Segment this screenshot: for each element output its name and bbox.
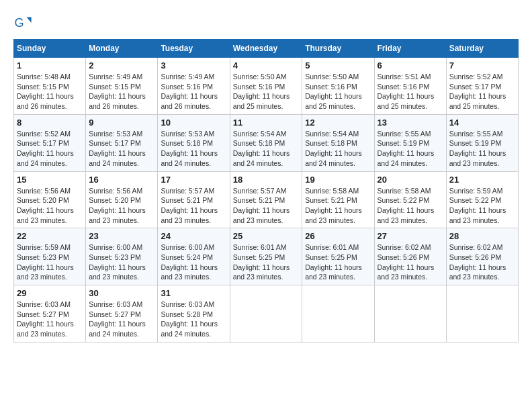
calendar-cell: 7Sunrise: 5:52 AMSunset: 5:17 PMDaylight… bbox=[446, 58, 518, 115]
day-info: Sunrise: 6:03 AMSunset: 5:27 PMDaylight:… bbox=[89, 300, 154, 339]
day-info: Sunrise: 5:55 AMSunset: 5:19 PMDaylight:… bbox=[449, 129, 515, 169]
calendar-cell: 20Sunrise: 5:58 AMSunset: 5:22 PMDayligh… bbox=[374, 171, 446, 228]
svg-marker-1 bbox=[27, 17, 32, 23]
day-info: Sunrise: 5:58 AMSunset: 5:21 PMDaylight:… bbox=[305, 186, 371, 226]
day-info: Sunrise: 6:01 AMSunset: 5:25 PMDaylight:… bbox=[305, 242, 371, 282]
calendar-day-header: Friday bbox=[374, 40, 446, 58]
calendar-cell: 9Sunrise: 5:53 AMSunset: 5:17 PMDaylight… bbox=[86, 114, 158, 171]
day-info: Sunrise: 6:01 AMSunset: 5:25 PMDaylight:… bbox=[233, 242, 300, 282]
calendar-cell: 2Sunrise: 5:49 AMSunset: 5:15 PMDaylight… bbox=[86, 58, 158, 115]
calendar-cell: 22Sunrise: 5:59 AMSunset: 5:23 PMDayligh… bbox=[14, 228, 86, 285]
day-info: Sunrise: 5:58 AMSunset: 5:22 PMDaylight:… bbox=[378, 186, 443, 226]
day-number: 24 bbox=[161, 231, 226, 241]
calendar-cell: 29Sunrise: 6:03 AMSunset: 5:27 PMDayligh… bbox=[14, 285, 86, 342]
calendar-table: SundayMondayTuesdayWednesdayThursdayFrid… bbox=[13, 39, 519, 342]
day-info: Sunrise: 6:02 AMSunset: 5:26 PMDaylight:… bbox=[378, 242, 443, 282]
day-info: Sunrise: 5:52 AMSunset: 5:17 PMDaylight:… bbox=[17, 129, 83, 169]
day-number: 5 bbox=[305, 60, 371, 71]
svg-text:G: G bbox=[14, 16, 24, 30]
calendar-body: 1Sunrise: 5:48 AMSunset: 5:15 PMDaylight… bbox=[14, 58, 519, 342]
calendar-day-header: Tuesday bbox=[158, 40, 230, 58]
calendar-week-row: 8Sunrise: 5:52 AMSunset: 5:17 PMDaylight… bbox=[14, 114, 519, 171]
calendar-cell: 28Sunrise: 6:02 AMSunset: 5:26 PMDayligh… bbox=[446, 228, 518, 285]
day-number: 1 bbox=[17, 60, 83, 71]
calendar-week-row: 15Sunrise: 5:56 AMSunset: 5:20 PMDayligh… bbox=[14, 171, 519, 228]
day-number: 21 bbox=[449, 175, 515, 185]
calendar-cell: 18Sunrise: 5:57 AMSunset: 5:21 PMDayligh… bbox=[230, 171, 302, 228]
day-info: Sunrise: 5:48 AMSunset: 5:15 PMDaylight:… bbox=[17, 72, 83, 111]
day-info: Sunrise: 5:59 AMSunset: 5:22 PMDaylight:… bbox=[449, 186, 515, 226]
logo-icon: G bbox=[13, 13, 32, 32]
calendar-cell: 8Sunrise: 5:52 AMSunset: 5:17 PMDaylight… bbox=[14, 114, 86, 171]
calendar-day-header: Monday bbox=[86, 40, 158, 58]
day-info: Sunrise: 5:51 AMSunset: 5:16 PMDaylight:… bbox=[378, 72, 443, 111]
day-number: 11 bbox=[233, 118, 300, 128]
day-number: 15 bbox=[17, 175, 83, 185]
day-info: Sunrise: 5:49 AMSunset: 5:15 PMDaylight:… bbox=[89, 72, 154, 111]
day-info: Sunrise: 5:49 AMSunset: 5:16 PMDaylight:… bbox=[161, 72, 226, 111]
logo: G bbox=[13, 13, 35, 32]
day-info: Sunrise: 5:54 AMSunset: 5:18 PMDaylight:… bbox=[305, 129, 371, 169]
day-number: 20 bbox=[378, 175, 443, 185]
day-number: 25 bbox=[233, 231, 300, 241]
day-number: 13 bbox=[378, 118, 443, 128]
calendar-cell bbox=[230, 285, 302, 342]
calendar-cell: 4Sunrise: 5:50 AMSunset: 5:16 PMDaylight… bbox=[230, 58, 302, 115]
day-number: 4 bbox=[233, 60, 300, 71]
calendar-cell: 15Sunrise: 5:56 AMSunset: 5:20 PMDayligh… bbox=[14, 171, 86, 228]
day-info: Sunrise: 6:03 AMSunset: 5:28 PMDaylight:… bbox=[161, 300, 226, 339]
calendar-header-row: SundayMondayTuesdayWednesdayThursdayFrid… bbox=[14, 40, 519, 58]
day-info: Sunrise: 5:56 AMSunset: 5:20 PMDaylight:… bbox=[17, 186, 83, 226]
calendar-day-header: Thursday bbox=[302, 40, 374, 58]
day-number: 2 bbox=[89, 60, 154, 71]
calendar-cell: 11Sunrise: 5:54 AMSunset: 5:18 PMDayligh… bbox=[230, 114, 302, 171]
day-info: Sunrise: 6:00 AMSunset: 5:23 PMDaylight:… bbox=[89, 242, 154, 282]
day-info: Sunrise: 5:57 AMSunset: 5:21 PMDaylight:… bbox=[233, 186, 300, 226]
calendar-cell: 6Sunrise: 5:51 AMSunset: 5:16 PMDaylight… bbox=[374, 58, 446, 115]
day-number: 8 bbox=[17, 118, 83, 128]
day-number: 12 bbox=[305, 118, 371, 128]
day-number: 22 bbox=[17, 231, 83, 241]
day-info: Sunrise: 5:50 AMSunset: 5:16 PMDaylight:… bbox=[305, 72, 371, 111]
calendar-cell: 10Sunrise: 5:53 AMSunset: 5:18 PMDayligh… bbox=[158, 114, 230, 171]
calendar-cell: 26Sunrise: 6:01 AMSunset: 5:25 PMDayligh… bbox=[302, 228, 374, 285]
day-info: Sunrise: 5:56 AMSunset: 5:20 PMDaylight:… bbox=[89, 186, 154, 226]
day-info: Sunrise: 6:02 AMSunset: 5:26 PMDaylight:… bbox=[449, 242, 515, 282]
calendar-cell bbox=[374, 285, 446, 342]
calendar-cell: 14Sunrise: 5:55 AMSunset: 5:19 PMDayligh… bbox=[446, 114, 518, 171]
calendar-cell: 23Sunrise: 6:00 AMSunset: 5:23 PMDayligh… bbox=[86, 228, 158, 285]
day-number: 17 bbox=[161, 175, 226, 185]
day-number: 9 bbox=[89, 118, 154, 128]
day-number: 30 bbox=[89, 288, 154, 298]
calendar-cell bbox=[302, 285, 374, 342]
calendar-cell: 27Sunrise: 6:02 AMSunset: 5:26 PMDayligh… bbox=[374, 228, 446, 285]
calendar-cell: 25Sunrise: 6:01 AMSunset: 5:25 PMDayligh… bbox=[230, 228, 302, 285]
day-number: 23 bbox=[89, 231, 154, 241]
calendar-cell: 30Sunrise: 6:03 AMSunset: 5:27 PMDayligh… bbox=[86, 285, 158, 342]
day-number: 29 bbox=[17, 288, 83, 298]
day-number: 16 bbox=[89, 175, 154, 185]
day-info: Sunrise: 5:55 AMSunset: 5:19 PMDaylight:… bbox=[378, 129, 443, 169]
calendar-cell: 13Sunrise: 5:55 AMSunset: 5:19 PMDayligh… bbox=[374, 114, 446, 171]
calendar-cell: 1Sunrise: 5:48 AMSunset: 5:15 PMDaylight… bbox=[14, 58, 86, 115]
calendar-cell: 5Sunrise: 5:50 AMSunset: 5:16 PMDaylight… bbox=[302, 58, 374, 115]
day-info: Sunrise: 6:03 AMSunset: 5:27 PMDaylight:… bbox=[17, 300, 83, 339]
day-number: 19 bbox=[305, 175, 371, 185]
day-info: Sunrise: 5:53 AMSunset: 5:17 PMDaylight:… bbox=[89, 129, 154, 169]
day-info: Sunrise: 6:00 AMSunset: 5:24 PMDaylight:… bbox=[161, 242, 226, 282]
calendar-day-header: Wednesday bbox=[230, 40, 302, 58]
day-number: 3 bbox=[161, 60, 226, 71]
day-info: Sunrise: 5:53 AMSunset: 5:18 PMDaylight:… bbox=[161, 129, 226, 169]
calendar-cell: 16Sunrise: 5:56 AMSunset: 5:20 PMDayligh… bbox=[86, 171, 158, 228]
day-number: 6 bbox=[378, 60, 443, 71]
day-info: Sunrise: 5:57 AMSunset: 5:21 PMDaylight:… bbox=[161, 186, 226, 226]
calendar-week-row: 1Sunrise: 5:48 AMSunset: 5:15 PMDaylight… bbox=[14, 58, 519, 115]
day-info: Sunrise: 5:54 AMSunset: 5:18 PMDaylight:… bbox=[233, 129, 300, 169]
day-number: 10 bbox=[161, 118, 226, 128]
day-info: Sunrise: 5:59 AMSunset: 5:23 PMDaylight:… bbox=[17, 242, 83, 282]
day-info: Sunrise: 5:50 AMSunset: 5:16 PMDaylight:… bbox=[233, 72, 300, 111]
page-header: G bbox=[13, 13, 519, 32]
calendar-day-header: Sunday bbox=[14, 40, 86, 58]
day-number: 28 bbox=[449, 231, 515, 241]
calendar-cell: 19Sunrise: 5:58 AMSunset: 5:21 PMDayligh… bbox=[302, 171, 374, 228]
